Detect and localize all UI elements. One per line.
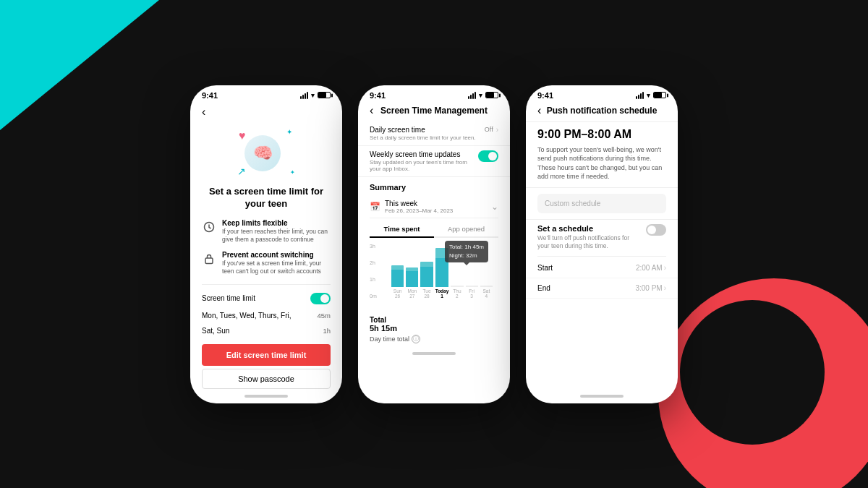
battery-icon-3 (653, 92, 666, 98)
status-bar-1: 9:41 ▾ (190, 85, 342, 103)
status-icons-1: ▾ (300, 92, 331, 99)
bar-tue: Tue28 (420, 262, 433, 299)
signal-icon-3 (636, 92, 644, 99)
bar-mon: Mon27 (406, 267, 418, 299)
week-label: This week (385, 200, 453, 207)
status-time-3: 9:41 (537, 91, 553, 100)
status-bar-2: 9:41 ▾ (358, 85, 510, 103)
weekend-days: Sat, Sun (202, 327, 229, 335)
weekday-value: 45m (318, 312, 331, 320)
set-schedule-toggle[interactable] (646, 224, 666, 236)
chart-area: 3h 2h 1h 0m Sun26 (370, 241, 498, 313)
custom-schedule-input[interactable]: Custom schedule (537, 194, 666, 213)
bar-stack-fri (466, 286, 478, 287)
end-value: 3:00 PM › (635, 284, 666, 292)
brain-icon: 🧠 (244, 135, 281, 171)
home-indicator-3 (526, 389, 678, 403)
week-chevron-icon: ⌄ (491, 202, 498, 212)
bar-label-tue: Tue28 (423, 288, 431, 299)
back-button-3[interactable]: ‹ (537, 104, 541, 117)
y-label-3h: 3h (370, 244, 377, 249)
bar-day-sun (391, 270, 404, 287)
feature-flexible-title: Keep limits flexible (222, 219, 331, 227)
heart-icon: ♥ (239, 129, 246, 142)
end-label: End (537, 284, 550, 292)
weekend-value: 1h (323, 327, 331, 335)
back-button-1[interactable]: ‹ (202, 106, 205, 118)
chart-tooltip: Total: 1h 45m Night: 32m (445, 241, 488, 262)
feature-flexible: Keep limits flexible If your teen reache… (190, 216, 342, 247)
daily-screen-time-row[interactable]: Daily screen time Set a daily screen tim… (358, 121, 510, 146)
chart-tabs: Time spent App opened (370, 221, 498, 238)
totals-section: Total 5h 15m Day time total ⓘ (358, 313, 510, 346)
home-bar-3 (580, 395, 624, 398)
bar-stack-sun (391, 265, 404, 287)
edit-screen-time-button[interactable]: Edit screen time limit (202, 344, 331, 366)
status-icons-2: ▾ (468, 92, 498, 99)
summary-section: Summary 📅 This week Feb 26, 2023–Mar 4, … (358, 177, 510, 313)
phones-container: 9:41 ▾ ‹ ♥ 🧠 ✦ ✦ ↗ Set a screen (190, 85, 678, 403)
sparkle-icon-2: ✦ (290, 169, 295, 176)
arrow-icon: ↗ (237, 166, 246, 177)
daily-row-left: Daily screen time Set a daily screen tim… (370, 126, 476, 141)
bar-fri: Fri3 (466, 286, 478, 299)
show-passcode-button[interactable]: Show passcode (202, 369, 331, 389)
weekly-sub: Stay updated on your teen's time from yo… (370, 159, 472, 172)
start-time-row[interactable]: Start 2:00 AM › (526, 258, 678, 278)
feature-flexible-text: Keep limits flexible If your teen reache… (222, 219, 331, 244)
set-schedule-left: Set a schedule We'll turn off push notif… (537, 224, 640, 250)
screen-time-toggle[interactable] (310, 293, 331, 304)
weekday-schedule-row: Mon, Tues, Wed, Thurs, Fri, 45m (190, 308, 342, 323)
home-bar-1 (244, 395, 288, 398)
start-value: 2:00 AM › (636, 264, 666, 272)
bar-label-mon: Mon27 (408, 288, 417, 299)
start-label: Start (537, 264, 553, 272)
phone1-title: Set a screen time limit for your teen (190, 186, 342, 216)
phone3-title: Push notification schedule (547, 106, 658, 116)
divider-1 (202, 284, 331, 285)
end-time-row[interactable]: End 3:00 PM › (526, 278, 678, 299)
battery-icon-2 (485, 92, 498, 98)
weekly-toggle[interactable] (478, 150, 498, 162)
custom-schedule-placeholder: Custom schedule (545, 200, 600, 207)
daily-value: Off (485, 126, 493, 133)
chart-y-labels: 3h 2h 1h 0m (370, 244, 377, 299)
daily-sub: Set a daily screen time limit for your t… (370, 134, 476, 141)
daily-title: Daily screen time (370, 126, 476, 134)
sparkle-icon-1: ✦ (286, 128, 292, 136)
screen-time-toggle-row: Screen time limit (190, 289, 342, 308)
back-button-2[interactable]: ‹ (370, 104, 373, 117)
end-value-text: 3:00 PM (635, 284, 662, 292)
battery-icon-1 (318, 92, 331, 98)
week-row[interactable]: 📅 This week Feb 26, 2023–Mar 4, 2023 ⌄ (370, 196, 498, 218)
summary-title: Summary (370, 183, 498, 192)
home-indicator-2 (358, 346, 510, 361)
hero-area: ♥ 🧠 ✦ ✦ ↗ (190, 121, 342, 186)
lock-icon (202, 252, 216, 266)
bar-day-today (435, 258, 449, 287)
bar-day-sat (480, 286, 493, 287)
daily-row-right: Off › (485, 126, 498, 134)
bar-day-tue (420, 267, 433, 287)
wifi-icon-2: ▾ (479, 92, 482, 99)
feature-switching-title: Prevent account switching (222, 251, 331, 259)
bar-day-thu (451, 286, 463, 287)
bar-sun: Sun26 (391, 265, 404, 299)
time-range-desc: To support your teen's well-being, we wo… (537, 145, 666, 181)
wifi-icon-1: ▾ (311, 92, 315, 99)
bar-day-fri (466, 286, 478, 287)
bar-label-sun: Sun26 (393, 288, 402, 299)
tab-time-spent[interactable]: Time spent (370, 221, 434, 238)
set-schedule-title: Set a schedule (537, 224, 640, 233)
bar-label-thu: Thu2 (453, 288, 461, 299)
daytime-label: Day time total ⓘ (370, 335, 498, 343)
home-bar-2 (412, 352, 456, 355)
tab-app-opened[interactable]: App opened (434, 221, 498, 238)
clock-icon (202, 220, 216, 234)
start-chevron-icon: › (664, 264, 666, 272)
hero-illustration: ♥ 🧠 ✦ ✦ ↗ (237, 128, 295, 179)
phone-screen-time-mgmt: 9:41 ▾ ‹ Screen Time Management Daily sc… (358, 85, 510, 403)
week-row-left: 📅 This week Feb 26, 2023–Mar 4, 2023 (370, 200, 453, 214)
time-range: 9:00 PM–8:00 AM (537, 128, 666, 141)
time-range-section: 9:00 PM–8:00 AM To support your teen's w… (526, 122, 678, 187)
